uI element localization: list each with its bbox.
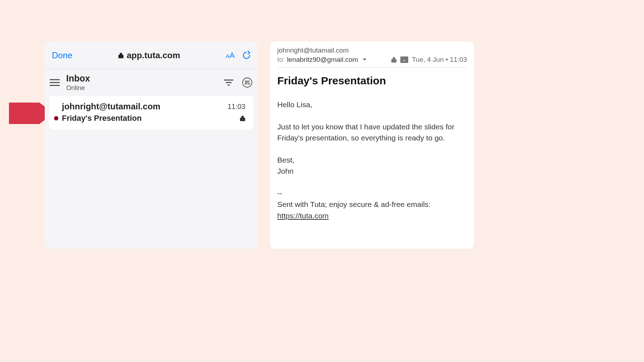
to-label: to:	[277, 56, 285, 64]
inbox-title: Inbox	[66, 73, 224, 84]
done-button[interactable]: Done	[51, 50, 72, 60]
encrypted-lock-icon	[391, 56, 397, 63]
message-closing: Best,	[277, 154, 467, 166]
inbox-tray-icon	[400, 56, 408, 63]
message-title: Friday's Presentation	[277, 75, 467, 87]
message-meta: Tue, 4 Jun • 11:03	[391, 56, 467, 64]
message-greeting: Hello Lisa,	[277, 99, 467, 110]
email-sender: johnright@tutamail.com	[62, 101, 160, 111]
browser-toolbar: Done app.tuta.com AA	[45, 41, 258, 69]
email-time: 11:03	[228, 103, 245, 111]
signature-link[interactable]: https://tuta.com	[277, 212, 329, 220]
unread-indicator-icon	[54, 116, 58, 120]
browser-address-text: app.tuta.com	[127, 50, 180, 60]
text-size-small-a-icon: A	[226, 53, 229, 59]
message-body: Hello Lisa, Just to let you know that I …	[277, 99, 467, 221]
reload-button[interactable]	[242, 51, 251, 60]
message-paragraph: Just to let you know that I have updated…	[277, 121, 467, 144]
chevron-down-icon	[362, 58, 367, 61]
inbox-title-group: Inbox Online	[66, 73, 224, 92]
menu-button[interactable]	[50, 79, 60, 86]
select-all-button[interactable]	[242, 77, 253, 88]
message-signature-name: John	[277, 165, 467, 177]
to-email: lenabritz90@gmail.com	[287, 56, 358, 64]
text-size-big-a-icon: A	[229, 51, 235, 60]
message-from: johnright@tutamail.com	[277, 46, 467, 54]
message-detail-panel: johnright@tutamail.com to: lenabritz90@g…	[270, 41, 474, 249]
inbox-header: Inbox Online	[45, 69, 258, 96]
email-list-item[interactable]: johnright@tutamail.com 11:03 Friday's Pr…	[49, 96, 253, 129]
inbox-browser-panel: Done app.tuta.com AA Inbox Online	[45, 41, 258, 249]
lock-icon	[118, 52, 124, 59]
text-size-button[interactable]: AA	[226, 51, 235, 60]
message-recipients-dropdown[interactable]: to: lenabritz90@gmail.com	[277, 56, 367, 64]
signature-separator: --	[277, 188, 467, 199]
address-bar[interactable]: app.tuta.com	[72, 50, 226, 60]
email-subject: Friday's Presentation	[62, 114, 142, 123]
filter-button[interactable]	[224, 79, 233, 86]
inbox-status: Online	[66, 84, 224, 92]
encrypted-lock-icon	[240, 115, 245, 122]
message-date: Tue, 4 Jun • 11:03	[412, 56, 467, 64]
signature-text: Sent with Tuta; enjoy secure & ad-free e…	[277, 199, 467, 210]
message-header-row: to: lenabritz90@gmail.com Tue, 4 Jun • 1…	[277, 56, 467, 68]
